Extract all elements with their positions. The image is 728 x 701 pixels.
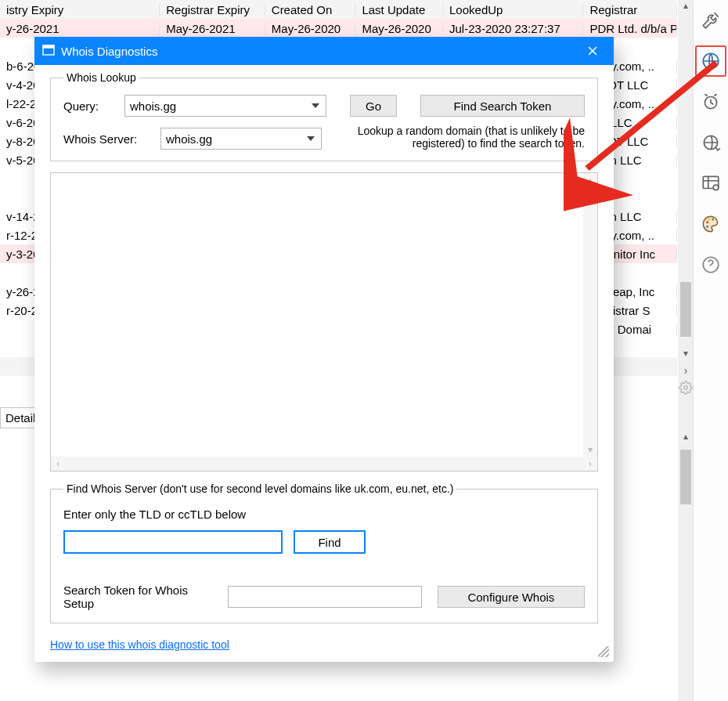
find-legend: Find Whois Server (don't use for second …	[63, 482, 456, 495]
find-search-token-button[interactable]: Find Search Token	[420, 95, 585, 117]
th-created-on[interactable]: Created On	[265, 3, 356, 16]
lookup-output-panel: ▴ ▾ ‹ ›	[50, 172, 598, 472]
svg-point-9	[706, 226, 708, 228]
help-link[interactable]: How to use this whois diagnostic tool	[50, 638, 229, 651]
th-registry-expiry[interactable]: istry Expiry	[0, 3, 160, 16]
scroll-right-icon[interactable]: ›	[583, 457, 597, 471]
th-last-update[interactable]: Last Update	[355, 3, 443, 16]
palette-icon[interactable]	[695, 208, 726, 240]
gear-icon[interactable]	[678, 381, 694, 397]
close-button[interactable]	[579, 40, 606, 62]
lookup-hint: Lookup a random domain (that is unlikely…	[348, 125, 585, 150]
find-button[interactable]: Find	[294, 530, 366, 554]
details-vertical-scrollbar[interactable]: ▴	[678, 431, 694, 701]
scroll-up-icon[interactable]: ▴	[678, 431, 694, 446]
svg-rect-12	[43, 45, 54, 48]
table-header-row: istry Expiry Registrar Expiry Created On…	[0, 0, 677, 20]
scroll-down-icon[interactable]: ▾	[678, 348, 694, 363]
tools-icon[interactable]	[695, 5, 726, 36]
th-lookedup[interactable]: LookedUp	[443, 3, 583, 16]
globe-refresh-icon[interactable]	[695, 127, 726, 158]
dialog-title: Whois Diagnostics	[61, 45, 157, 58]
query-label: Query:	[63, 99, 110, 113]
globe-icon[interactable]	[695, 45, 726, 77]
scroll-right-icon[interactable]: ›	[678, 363, 694, 378]
enter-tld-label: Enter only the TLD or ccTLD below	[63, 508, 585, 521]
scroll-left-icon[interactable]: ‹	[51, 457, 65, 471]
alarm-icon[interactable]	[695, 86, 726, 117]
svg-point-8	[712, 219, 714, 221]
dialog-titlebar[interactable]: Whois Diagnostics	[34, 37, 614, 65]
search-token-input[interactable]	[228, 586, 422, 608]
th-registrar[interactable]: Registrar	[583, 3, 677, 16]
whois-server-dropdown[interactable]: whois.gg	[160, 128, 322, 150]
output-vertical-scrollbar[interactable]: ▴ ▾	[583, 173, 597, 457]
whois-server-label: Whois Server:	[63, 132, 146, 146]
right-sidebar	[693, 0, 728, 701]
svg-point-7	[708, 219, 710, 221]
configure-whois-button[interactable]: Configure Whois	[438, 586, 585, 608]
th-registrar-expiry[interactable]: Registrar Expiry	[160, 3, 265, 16]
table-row[interactable]: y-26-2021 May-26-2021 May-26-2020 May-26…	[0, 19, 677, 38]
scroll-up-icon[interactable]: ▴	[678, 0, 694, 16]
whois-diagnostics-dialog: Whois Diagnostics Whois Lookup Query: wh…	[34, 37, 614, 662]
scroll-up-icon[interactable]: ▴	[583, 173, 597, 187]
svg-point-0	[684, 386, 688, 390]
tld-input[interactable]	[63, 530, 283, 554]
output-horizontal-scrollbar[interactable]: ‹ ›	[51, 457, 597, 471]
scroll-thumb[interactable]	[680, 282, 691, 337]
lookup-legend: Whois Lookup	[63, 71, 139, 84]
table-gear-icon[interactable]	[695, 168, 726, 199]
svg-point-6	[706, 221, 708, 223]
svg-point-5	[713, 185, 719, 190]
resize-grip-icon[interactable]	[598, 646, 609, 657]
help-icon[interactable]	[695, 249, 726, 280]
window-icon	[42, 44, 55, 59]
query-dropdown[interactable]: whois.gg	[124, 95, 326, 117]
scroll-down-icon[interactable]: ▾	[583, 443, 597, 457]
search-token-label: Search Token for Whois Setup	[63, 584, 212, 610]
go-button[interactable]: Go	[350, 95, 397, 117]
scroll-thumb[interactable]	[680, 450, 691, 504]
lookup-output[interactable]	[54, 176, 580, 453]
